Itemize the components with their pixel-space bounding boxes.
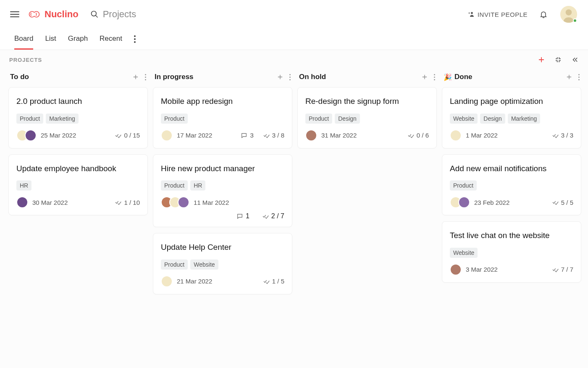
card-checklist[interactable]: 1 / 5 xyxy=(263,278,284,285)
column-add-card-button[interactable] xyxy=(132,74,139,80)
avatar xyxy=(305,130,317,141)
card-date: 25 Mar 2022 xyxy=(41,132,76,139)
current-user-avatar[interactable] xyxy=(559,5,578,24)
card-tags: ProductMarketing xyxy=(16,114,140,124)
tag[interactable]: Marketing xyxy=(46,114,78,124)
card-title: 2.0 product launch xyxy=(16,96,140,107)
card[interactable]: Update Help CenterProductWebsite21 Mar 2… xyxy=(153,233,292,294)
tag[interactable]: HR xyxy=(16,180,32,191)
svg-point-2 xyxy=(471,12,473,14)
tag[interactable]: Design xyxy=(335,114,360,124)
card-title: Update Help Center xyxy=(161,242,284,253)
card-title: Re-design the signup form xyxy=(305,96,429,107)
card-tags: WebsiteDesignMarketing xyxy=(450,114,573,124)
column-header: 🎉Done xyxy=(442,70,581,87)
column-add-card-button[interactable] xyxy=(277,74,284,80)
card[interactable]: Test live chat on the websiteWebsite3 Ma… xyxy=(442,221,581,283)
column-title-text: Done xyxy=(454,73,472,81)
column-done: 🎉DoneLanding page optimizationWebsiteDes… xyxy=(442,70,581,289)
card-assignees[interactable] xyxy=(161,196,189,208)
card-assignees[interactable] xyxy=(450,196,470,208)
plus-icon xyxy=(566,74,572,80)
card-checklist[interactable]: 0 / 15 xyxy=(115,132,140,139)
column-title[interactable]: In progress xyxy=(155,73,194,81)
tag[interactable]: Product xyxy=(161,259,188,270)
card-assignees[interactable] xyxy=(16,130,37,141)
card-meta-row: 17 Mar 202233 / 8 xyxy=(161,130,284,141)
brain-icon xyxy=(26,8,41,20)
card-assignees[interactable] xyxy=(161,130,173,141)
card[interactable]: Add new email notificationsProduct23 Feb… xyxy=(442,154,581,216)
tag[interactable]: Marketing xyxy=(508,114,540,124)
card-checklist[interactable]: 0 / 6 xyxy=(407,132,429,139)
card-checklist[interactable]: 3 / 8 xyxy=(263,132,284,139)
card-assignees[interactable] xyxy=(450,130,462,141)
tabs-more-icon[interactable] xyxy=(134,35,141,43)
card-checklist[interactable]: 3 / 3 xyxy=(552,132,573,139)
column-more-icon[interactable] xyxy=(434,74,435,80)
comment-icon xyxy=(241,132,247,139)
card-date: 3 Mar 2022 xyxy=(466,266,498,273)
card[interactable]: Hire new product managerProductHR11 Mar … xyxy=(153,154,292,228)
fit-view-button[interactable] xyxy=(554,56,562,64)
tag[interactable]: Website xyxy=(450,248,478,258)
card[interactable]: Re-design the signup formProductDesign31… xyxy=(297,87,437,148)
column-todo: To do2.0 product launchProductMarketing2… xyxy=(8,70,148,221)
collapse-panel-button[interactable] xyxy=(571,56,579,64)
card-checklist[interactable]: 2 / 7 xyxy=(262,212,284,220)
card-meta-row: 25 Mar 20220 / 15 xyxy=(16,130,140,141)
column-more-icon[interactable] xyxy=(578,74,580,80)
svg-line-1 xyxy=(95,16,97,18)
card-assignees[interactable] xyxy=(161,275,173,287)
card-assignees[interactable] xyxy=(16,196,28,208)
checklist-icon xyxy=(263,132,270,139)
invite-people-button[interactable]: INVITE PEOPLE xyxy=(467,11,528,18)
card-assignees[interactable] xyxy=(305,130,317,141)
card-title: Hire new product manager xyxy=(161,163,284,174)
card-date: 31 Mar 2022 xyxy=(321,132,357,139)
card-checklist[interactable]: 5 / 5 xyxy=(552,199,573,206)
tag[interactable]: HR xyxy=(190,180,205,191)
card-checklist[interactable]: 7 / 7 xyxy=(552,266,573,273)
tag[interactable]: Website xyxy=(190,259,218,270)
card-assignees[interactable] xyxy=(450,264,462,275)
tab-graph[interactable]: Graph xyxy=(68,29,88,50)
plus-icon xyxy=(538,56,545,64)
tag[interactable]: Product xyxy=(161,180,188,191)
card[interactable]: 2.0 product launchProductMarketing25 Mar… xyxy=(8,87,148,148)
tag[interactable]: Product xyxy=(161,114,188,124)
card[interactable]: Landing page optimizationWebsiteDesignMa… xyxy=(442,87,581,148)
column-add-card-button[interactable] xyxy=(566,74,572,80)
card-title: Test live chat on the website xyxy=(450,230,573,241)
tag[interactable]: Product xyxy=(305,114,332,124)
avatar xyxy=(16,196,28,208)
search-box[interactable]: Projects xyxy=(90,9,467,20)
column-title[interactable]: 🎉Done xyxy=(444,73,472,81)
card[interactable]: Update employee handbookHR30 Mar 20221 /… xyxy=(8,154,148,216)
card-comments[interactable]: 3 xyxy=(241,132,253,139)
tag[interactable]: Product xyxy=(450,180,477,191)
menu-icon[interactable] xyxy=(10,10,19,19)
tag[interactable]: Design xyxy=(480,114,505,124)
column-title[interactable]: On hold xyxy=(299,73,326,81)
card-checklist[interactable]: 1 / 10 xyxy=(115,199,140,206)
app-logo[interactable]: Nuclino xyxy=(26,8,79,20)
card-tags: ProductDesign xyxy=(305,114,429,124)
bell-icon xyxy=(539,10,548,19)
column-more-icon[interactable] xyxy=(145,74,146,80)
card-comments[interactable]: 1 xyxy=(236,212,249,220)
tag[interactable]: Product xyxy=(16,114,43,124)
plus-icon xyxy=(277,74,284,80)
tag[interactable]: Website xyxy=(450,114,478,124)
add-column-button[interactable] xyxy=(538,56,545,64)
card-date: 23 Feb 2022 xyxy=(474,199,509,206)
tab-board[interactable]: Board xyxy=(14,29,33,50)
card-tags: ProductWebsite xyxy=(161,259,284,270)
column-title[interactable]: To do xyxy=(10,73,29,81)
card[interactable]: Mobile app redesignProduct17 Mar 202233 … xyxy=(153,87,292,148)
tab-list[interactable]: List xyxy=(45,29,56,50)
tab-recent[interactable]: Recent xyxy=(100,29,122,50)
column-more-icon[interactable] xyxy=(289,74,291,80)
column-add-card-button[interactable] xyxy=(421,74,428,80)
notifications-button[interactable] xyxy=(539,10,548,19)
